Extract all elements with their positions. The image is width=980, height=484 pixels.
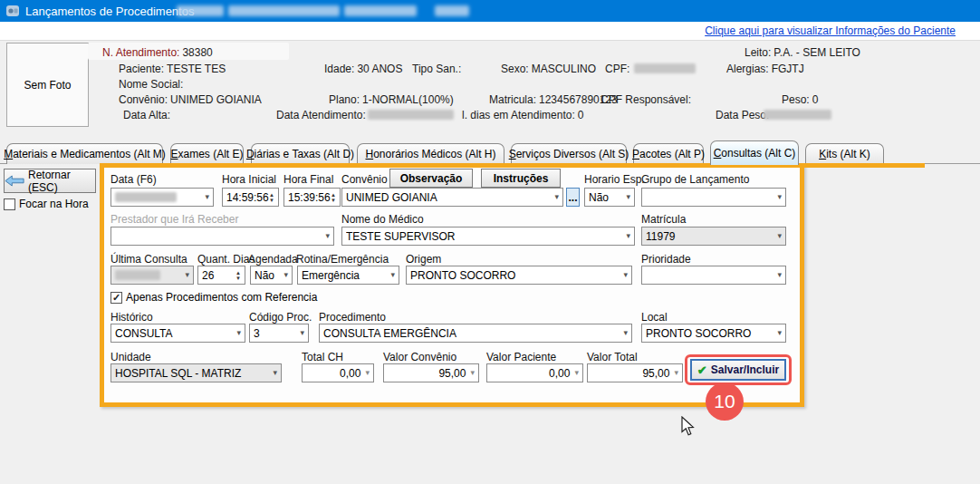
tab-pacotes[interactable]: Pacotes (Alt P)	[633, 143, 704, 164]
redacted-title-text	[228, 5, 340, 16]
tab-consultas[interactable]: Consultas (Alt C)	[710, 140, 799, 165]
patient-field-sexo: Sexo:MASCULINO	[501, 63, 596, 75]
matricula-combo[interactable]: 11979 ▾	[641, 227, 786, 246]
check-icon: ✓	[112, 293, 120, 303]
tab-honorarios-medicos[interactable]: Honorários Médicos (Alt H)	[357, 143, 504, 164]
chevron-down-icon: ▾	[626, 232, 630, 240]
prestador-combo[interactable]: ▾	[110, 227, 334, 246]
return-button[interactable]: Retornar (ESC)	[4, 169, 96, 193]
tab-label: its (Alt K)	[826, 148, 870, 160]
field-label: Convênio:	[119, 93, 168, 106]
step-badge-number: 10	[714, 391, 735, 412]
save-include-button-label: Salvar/Incluir	[711, 363, 779, 376]
chevron-down-icon: ▾	[674, 369, 678, 377]
patient-field-tipo-san: Tipo San.:	[412, 63, 464, 75]
codigo-proc-value: 3	[254, 327, 298, 340]
quant-dias-value: 26	[202, 269, 235, 282]
ultima-consulta-combo[interactable]: ▾	[110, 266, 194, 285]
valor-convenio-field[interactable]: 95,00 ▾	[383, 363, 479, 382]
nome-medico-combo[interactable]: TESTE SUPERVISOR ▾	[341, 227, 635, 246]
redacted-date-value	[368, 110, 454, 120]
chevron-down-icon: ▾	[390, 271, 395, 279]
tab-exames[interactable]: Exames (Alt E)	[170, 143, 244, 164]
quant-dias-spinner[interactable]: 26 ▲▼	[197, 266, 245, 285]
field-label: Matricula:	[489, 93, 536, 106]
spin-down-button[interactable]: ▼	[269, 198, 274, 203]
agendada-combo[interactable]: Não ▾	[250, 266, 293, 285]
procedimento-combo[interactable]: CONSULTA EMERGÊNCIA ▾	[319, 324, 632, 343]
tab-servicos-diversos[interactable]: Serviços Diversos (Alt S)	[511, 143, 627, 164]
chevron-down-icon: ▾	[777, 329, 782, 337]
hora-final-label: Hora Final	[283, 173, 333, 186]
ellipsis-button-label: ...	[568, 191, 577, 204]
patient-field-plano: Plano:1-NORMAL(100%)	[329, 93, 454, 106]
chevron-down-icon: ▾	[236, 329, 241, 337]
valor-convenio-value: 95,00	[388, 367, 468, 380]
app-icon	[5, 4, 20, 18]
tab-materiais-medicamentos[interactable]: Materiais e Medicamentos (Alt M)	[6, 143, 163, 164]
chevron-down-icon: ▾	[300, 329, 304, 337]
chevron-down-icon: ▾	[777, 232, 782, 240]
chevron-down-icon: ▾	[777, 271, 782, 279]
grupo-lancamento-combo[interactable]: ▾	[641, 188, 786, 207]
save-include-button[interactable]: ✔ Salvar/Incluir	[690, 359, 786, 381]
data-f6-combo[interactable]: ▾	[110, 188, 214, 207]
hora-inicial-value: 14:59:56	[226, 191, 269, 204]
historico-combo[interactable]: CONSULTA ▾	[110, 324, 245, 343]
field-label: Sexo:	[501, 63, 529, 75]
horario-esp-label: Horario Esp.	[584, 173, 645, 186]
hora-inicial-spinner[interactable]: 14:59:56 ▲▼	[222, 188, 279, 207]
patient-field-leito: Leito:P.A. - SEM LEITO	[745, 46, 860, 59]
field-value: TESTE TES	[167, 63, 226, 75]
observacao-button-label: Observação	[400, 172, 463, 185]
spin-down-button[interactable]: ▼	[235, 276, 241, 281]
agendada-label: Agendada	[248, 253, 298, 266]
unidade-combo[interactable]: HOSPITAL SQL - MATRIZ ▾	[110, 363, 282, 382]
tab-hotkey: D	[246, 148, 255, 160]
nome-medico-value: TESTE SUPERVISOR	[346, 230, 624, 243]
codigo-proc-combo[interactable]: 3 ▾	[249, 324, 309, 343]
field-label: Paciente:	[119, 63, 164, 75]
tab-label: erviços Diversos (Alt S)	[516, 148, 629, 160]
return-button-label: Retornar (ESC)	[28, 169, 95, 194]
patient-info-link[interactable]: Clique aqui para visualizar Informações …	[705, 24, 956, 37]
origem-combo[interactable]: PRONTO SOCORRO ▾	[406, 266, 632, 285]
matricula-label: Matrícula	[641, 213, 686, 226]
instrucoes-button[interactable]: Instruções	[481, 169, 561, 188]
focar-na-hora-checkbox[interactable]: Focar na Hora	[4, 198, 89, 210]
chevron-down-icon: ▾	[777, 193, 782, 201]
codigo-proc-label: Código Proc.	[249, 311, 312, 324]
tab-diarias-taxas[interactable]: Diárias e Taxas (Alt D)	[251, 143, 350, 164]
nome-medico-label: Nome do Médico	[341, 213, 424, 226]
valor-paciente-value: 0,00	[491, 367, 572, 380]
prioridade-combo[interactable]: ▾	[641, 266, 786, 285]
valor-total-field[interactable]: 95,00 ▾	[587, 363, 683, 382]
chevron-down-icon: ▾	[273, 369, 277, 377]
checkbox-label: Apenas Procedimentos com Referencia	[126, 291, 317, 304]
tab-hotkey: K	[819, 148, 826, 160]
observacao-button[interactable]: Observação	[389, 169, 473, 188]
chevron-down-icon: ▾	[185, 271, 189, 279]
procedimento-value: CONSULTA EMERGÊNCIA	[323, 327, 621, 340]
ellipsis-button[interactable]: ...	[566, 188, 580, 207]
redacted-title-text	[435, 5, 469, 16]
patient-field-peso: Peso:0	[782, 93, 818, 106]
ultima-consulta-label: Última Consulta	[110, 253, 187, 266]
tab-kits[interactable]: Kits (Alt K)	[805, 143, 884, 164]
hora-final-spinner[interactable]: 15:39:56 ▲▼	[283, 188, 341, 207]
patient-field-cpf: CPF:	[605, 63, 632, 75]
convenio-combo[interactable]: UNIMED GOIANIA ▾	[341, 188, 563, 207]
instrucoes-button-label: Instruções	[494, 172, 549, 185]
origem-label: Origem	[406, 253, 441, 266]
rotina-emergencia-combo[interactable]: Emergência ▾	[297, 266, 399, 285]
referencia-checkbox[interactable]: ✓ Apenas Procedimentos com Referencia	[110, 291, 317, 304]
total-ch-field[interactable]: 0,00 ▾	[302, 363, 374, 382]
local-combo[interactable]: PRONTO SOCORRO ▾	[641, 324, 786, 343]
unidade-value: HOSPITAL SQL - MATRIZ	[115, 367, 271, 380]
valor-paciente-field[interactable]: 0,00 ▾	[486, 363, 583, 382]
tab-hotkey: P	[632, 148, 639, 160]
field-value: 0	[578, 109, 584, 121]
spin-down-button[interactable]: ▼	[331, 198, 336, 203]
tab-hotkey: M	[4, 148, 13, 160]
horario-esp-combo[interactable]: Não ▾	[584, 188, 635, 207]
